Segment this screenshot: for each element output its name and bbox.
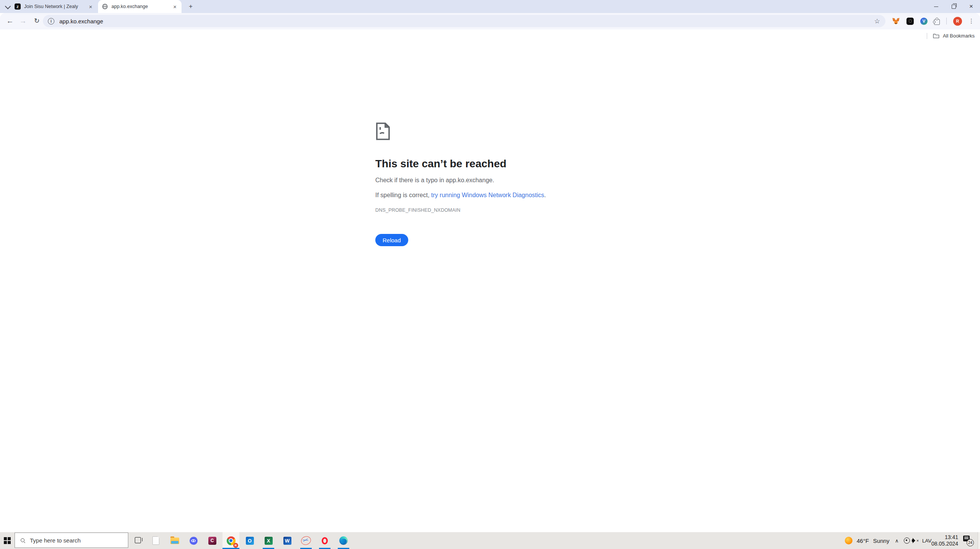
- tab-app-ko-exchange[interactable]: app.ko.exchange ×: [98, 0, 182, 13]
- show-desktop-button[interactable]: [978, 532, 980, 549]
- search-input[interactable]: [29, 537, 119, 544]
- clock-time: 13:41: [931, 534, 958, 541]
- sun-icon: [845, 537, 852, 544]
- notification-count-badge: 24: [967, 539, 974, 546]
- window-controls: ×: [927, 0, 980, 13]
- tab-title: app.ko.exchange: [111, 4, 169, 9]
- weather-condition: Sunny: [873, 538, 890, 544]
- civil3d-icon: C: [208, 537, 216, 545]
- taskbar-app-snipping-tool[interactable]: [298, 532, 314, 549]
- mute-x: ×: [916, 539, 919, 543]
- action-center-button[interactable]: 24: [963, 532, 973, 549]
- search-icon: [21, 538, 25, 542]
- venom-extension-icon[interactable]: V: [920, 18, 928, 25]
- reload-nav-button[interactable]: ↻: [31, 16, 42, 26]
- taskbar: C R O X W 46°F Sunny ∧ × LAV 13:41 08.05…: [0, 532, 980, 549]
- taskbar-app-civil3d[interactable]: C: [204, 532, 221, 549]
- record-tray-icon[interactable]: [904, 532, 910, 549]
- restore-button[interactable]: [945, 0, 962, 13]
- taskbar-app-outlook[interactable]: O: [241, 532, 258, 549]
- new-tab-button[interactable]: +: [186, 2, 195, 11]
- tab-close-icon[interactable]: ×: [88, 4, 93, 10]
- back-button[interactable]: ←: [5, 16, 15, 26]
- opera-icon: [322, 537, 328, 544]
- profile-avatar[interactable]: R: [953, 17, 962, 26]
- volume-muted-icon[interactable]: ×: [912, 532, 919, 549]
- page-content: This site can’t be reached Check if ther…: [0, 42, 980, 532]
- outlook-icon: O: [246, 537, 254, 545]
- discord-icon: [190, 537, 198, 545]
- edge-icon: [339, 536, 348, 545]
- clock-date: 08.05.2024: [931, 541, 958, 547]
- error-line2-suffix: .: [544, 192, 546, 198]
- extensions-puzzle-icon[interactable]: [934, 19, 940, 25]
- taskbar-app-notepad[interactable]: [147, 532, 164, 549]
- chrome-menu-icon[interactable]: ⋮: [969, 20, 972, 22]
- site-info-icon[interactable]: i: [48, 18, 54, 25]
- error-line2-prefix: If spelling is correct,: [375, 192, 431, 198]
- weather-widget[interactable]: 46°F Sunny: [845, 532, 889, 549]
- bookmarks-separator: [927, 33, 927, 39]
- taskbar-app-word[interactable]: W: [279, 532, 296, 549]
- metamask-extension-icon[interactable]: [892, 17, 900, 25]
- snipping-tool-icon: [300, 535, 312, 546]
- taskbar-app-discord[interactable]: [185, 532, 202, 549]
- language-indicator[interactable]: LAV: [922, 532, 932, 549]
- tab-title: Join Sisu Network | Zealy: [24, 4, 84, 9]
- screen: z Join Sisu Network | Zealy × app.ko.exc…: [0, 0, 980, 549]
- bookmark-star-icon[interactable]: ☆: [874, 17, 880, 25]
- tab-zealy[interactable]: z Join Sisu Network | Zealy ×: [11, 0, 97, 13]
- taskbar-app-edge[interactable]: [335, 532, 352, 549]
- reload-button[interactable]: Reload: [375, 234, 408, 246]
- error-code: DNS_PROBE_FINISHED_NXDOMAIN: [375, 208, 460, 213]
- folder-icon: [933, 33, 939, 39]
- taskbar-app-opera[interactable]: [316, 532, 333, 549]
- word-icon: W: [283, 537, 291, 545]
- network-diagnostics-link[interactable]: try running Windows Network Diagnostics: [431, 192, 544, 198]
- toolbar-separator: [946, 18, 947, 25]
- error-line1: Check if there is a typo in app.ko.excha…: [375, 177, 494, 184]
- taskbar-app-file-explorer[interactable]: [166, 532, 183, 549]
- dark-extension-icon[interactable]: [906, 18, 914, 25]
- window-close-button[interactable]: ×: [962, 0, 980, 13]
- taskbar-app-excel[interactable]: X: [260, 532, 277, 549]
- hidden-icons-chevron[interactable]: ∧: [895, 532, 899, 549]
- bookmarks-bar: All Bookmarks: [0, 29, 980, 42]
- taskbar-search[interactable]: [15, 533, 128, 548]
- extensions-row: V R ⋮: [892, 16, 972, 26]
- forward-button: →: [18, 16, 28, 26]
- task-view-button[interactable]: [133, 537, 142, 544]
- globe-favicon-icon: [102, 3, 108, 10]
- error-title: This site can’t be reached: [375, 158, 506, 170]
- taskbar-app-chrome[interactable]: R: [223, 532, 239, 549]
- chrome-profile-badge: R: [233, 543, 238, 548]
- file-explorer-icon: [170, 538, 179, 544]
- error-block: This site can’t be reached Check if ther…: [375, 122, 666, 141]
- browser-toolbar: ← → ↻ i app.ko.exchange ☆ V R ⋮: [0, 13, 980, 29]
- sad-page-icon: [375, 122, 391, 141]
- minimize-button[interactable]: [927, 0, 945, 13]
- notepad-icon: [152, 536, 159, 545]
- clock[interactable]: 13:41 08.05.2024: [934, 532, 958, 549]
- all-bookmarks[interactable]: All Bookmarks: [927, 29, 975, 42]
- tab-search-chevron-icon[interactable]: [4, 3, 11, 10]
- url-text[interactable]: app.ko.exchange: [59, 18, 874, 25]
- address-bar[interactable]: i app.ko.exchange ☆: [43, 15, 885, 27]
- start-button[interactable]: [4, 537, 11, 544]
- error-line2: If spelling is correct, try running Wind…: [375, 192, 546, 199]
- excel-icon: X: [265, 537, 273, 545]
- zealy-favicon-icon: z: [15, 3, 21, 10]
- all-bookmarks-label[interactable]: All Bookmarks: [943, 33, 975, 39]
- weather-temp: 46°F: [857, 538, 869, 544]
- tab-close-icon[interactable]: ×: [172, 4, 178, 10]
- tab-strip: z Join Sisu Network | Zealy × app.ko.exc…: [0, 0, 980, 13]
